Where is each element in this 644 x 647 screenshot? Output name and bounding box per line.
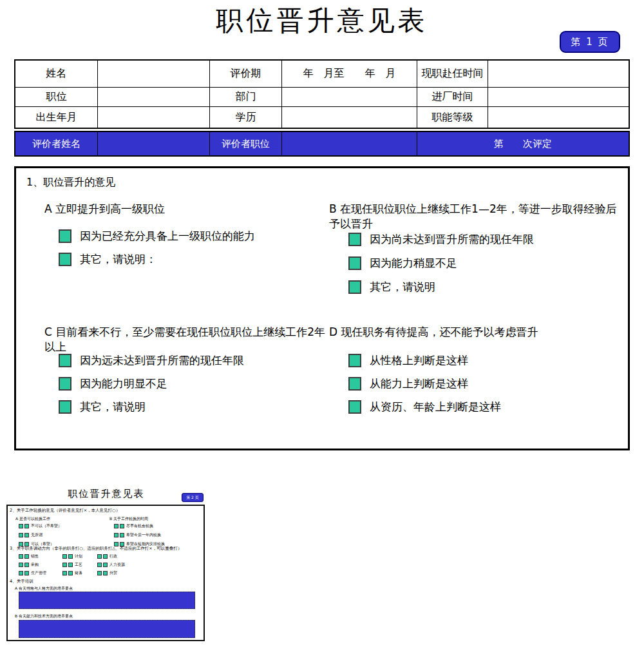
training-block-b-textarea[interactable] xyxy=(19,620,195,638)
double-checkbox-icon[interactable] xyxy=(114,524,124,528)
field-factory-entry-date[interactable] xyxy=(488,88,629,107)
job-option-label: 财务 xyxy=(75,570,82,576)
option-a-label: A 立即提升到高一级职位 xyxy=(44,202,165,217)
option-b-item-3: 其它，请说明 xyxy=(348,280,435,295)
section3-heading: 3、关于职务调动方向（拿手的职务打○、适应的职务打△、不适应的工作打×，可以重叠… xyxy=(10,546,182,552)
job-option: 销售 xyxy=(19,554,62,559)
double-checkbox-icon[interactable] xyxy=(62,554,73,559)
label-factory-entry-date: 进厂时间 xyxy=(417,88,488,107)
option-b-item-3-label: 其它，请说明 xyxy=(370,280,435,295)
label-position: 职位 xyxy=(15,88,98,107)
field-birth-date[interactable] xyxy=(98,107,210,128)
option-a-item-1-label: 因为已经充分具备上一级职位的能力 xyxy=(80,229,255,244)
page-1-badge[interactable]: 第 1 页 xyxy=(560,31,620,53)
section2-group-b-label: B 关于工作轮换的时间 xyxy=(109,516,148,522)
rotation-option: 不可以（不希望） xyxy=(19,523,62,529)
option-b-item-1: 因为尚未达到晋升所需的现任年限 xyxy=(348,232,534,247)
page-2-badge[interactable]: 第 2 页 xyxy=(182,493,204,502)
job-option-label: 销售 xyxy=(31,554,39,559)
label-birth-date: 出生年月 xyxy=(15,107,98,128)
option-b-label: B 在现任职位职位上继续工作1—2年，等进一步取得经验后予以晋升 xyxy=(329,202,627,231)
job-option-label: 生产管理 xyxy=(31,570,46,576)
field-department[interactable] xyxy=(282,88,417,107)
training-block-a-textarea[interactable] xyxy=(19,592,195,609)
checkbox-icon[interactable] xyxy=(348,256,361,270)
page-2-thumbnail[interactable]: 职位晋升意见表 第 2 页 2、关于工作轮换的意见（评价者意见打×，本人意见打○… xyxy=(6,487,206,647)
option-c-item-1-label: 因为远未达到晋升所需的现任年限 xyxy=(80,353,244,368)
double-checkbox-icon[interactable] xyxy=(19,571,29,575)
rotation-time-option: 希望今后一年内轮换 xyxy=(114,532,161,538)
double-checkbox-icon[interactable] xyxy=(97,554,108,559)
option-d-item-1: 从性格上判断是这样 xyxy=(348,353,468,368)
job-option: 采购 xyxy=(19,562,62,568)
page-2-badge-label: 第 2 页 xyxy=(186,495,199,501)
label-department: 部门 xyxy=(210,88,282,107)
label-grade: 职能等级 xyxy=(417,107,488,128)
double-checkbox-icon[interactable] xyxy=(97,563,108,567)
rotation-option-label: 无所谓 xyxy=(31,532,43,538)
job-option-label: 计划 xyxy=(75,554,82,559)
checkbox-icon[interactable] xyxy=(59,377,71,391)
double-checkbox-icon[interactable] xyxy=(114,533,124,537)
label-education: 学历 xyxy=(210,107,282,128)
option-a-item-2-label: 其它，请说明： xyxy=(80,252,156,267)
label-evaluator-name: 评价者姓名 xyxy=(15,132,98,155)
job-option: 外贸 xyxy=(97,570,156,576)
job-option-label: 人力资源 xyxy=(109,562,125,568)
page-2-content-box: 2、关于工作轮换的意见（评价者意见打×，本人意见打○） A 是否可以轮换工作 不… xyxy=(6,505,205,641)
job-option: 生产管理 xyxy=(19,570,62,576)
field-evaluator-position[interactable] xyxy=(282,132,417,155)
field-position[interactable] xyxy=(98,88,210,107)
label-evaluation-count: 第 次评定 xyxy=(417,132,629,155)
double-checkbox-icon[interactable] xyxy=(97,571,108,575)
double-checkbox-icon[interactable] xyxy=(62,571,73,575)
job-option-label: 采购 xyxy=(31,562,39,568)
job-option: 工艺 xyxy=(62,562,97,568)
checkbox-icon[interactable] xyxy=(59,253,71,266)
field-education[interactable] xyxy=(282,107,417,128)
option-d-item-3: 从资历、年龄上判断是这样 xyxy=(348,400,501,414)
rotation-time-option-label: 希望今后一年内轮换 xyxy=(126,532,161,538)
option-b-item-1-label: 因为尚未达到晋升所需的现任年限 xyxy=(370,232,534,247)
double-checkbox-icon[interactable] xyxy=(19,563,29,567)
checkbox-icon[interactable] xyxy=(59,229,71,243)
field-grade[interactable] xyxy=(488,107,629,128)
label-evaluator-position: 评价者职位 xyxy=(210,132,282,155)
field-current-post-date[interactable] xyxy=(488,61,629,88)
page-2-title: 职位晋升意见表 xyxy=(6,488,206,500)
option-d-item-2-label: 从能力上判断是这样 xyxy=(370,376,468,391)
field-evaluator-name[interactable] xyxy=(98,132,210,155)
option-d-label: D 现任职务有待提高，还不能予以考虑晋升 xyxy=(329,325,627,340)
double-checkbox-icon[interactable] xyxy=(62,563,73,567)
training-block-a-label: A 有关性格与人格方面的培养要点 xyxy=(15,586,73,592)
label-current-post-date: 现职赴任时间 xyxy=(417,61,488,88)
option-c-item-3-label: 其它，请说明 xyxy=(80,400,146,414)
option-c-label: C 目前看来不行，至少需要在现任职位职位上继续工作2年以上 xyxy=(44,325,334,354)
page-title: 职位晋升意见表 xyxy=(0,3,644,39)
double-checkbox-icon[interactable] xyxy=(19,554,29,559)
option-c-item-3: 其它，请说明 xyxy=(59,400,146,414)
label-eval-period: 评价期 xyxy=(210,61,282,88)
option-c-item-2: 因为能力明显不足 xyxy=(59,376,167,391)
label-name: 姓名 xyxy=(15,61,98,88)
job-option-label: 行政 xyxy=(109,554,117,559)
field-name[interactable] xyxy=(98,61,210,88)
job-option-label: 工艺 xyxy=(75,562,82,568)
checkbox-icon[interactable] xyxy=(348,280,361,294)
checkbox-icon[interactable] xyxy=(59,354,71,367)
checkbox-icon[interactable] xyxy=(348,233,361,246)
evaluator-row: 评价者姓名 评价者职位 第 次评定 xyxy=(14,131,630,157)
job-option-label: 外贸 xyxy=(109,570,117,576)
double-checkbox-icon[interactable] xyxy=(19,533,29,537)
job-option: 行政 xyxy=(97,554,156,559)
employee-info-table: 姓名 评价期 年 月至 年 月 现职赴任时间 职位 部门 进厂时间 出生年月 学… xyxy=(14,59,630,129)
checkbox-icon[interactable] xyxy=(59,400,71,414)
checkbox-icon[interactable] xyxy=(348,377,361,391)
checkbox-icon[interactable] xyxy=(348,354,361,367)
checkbox-icon[interactable] xyxy=(348,400,361,414)
option-b-item-2-label: 因为能力稍显不足 xyxy=(370,256,457,271)
field-eval-period[interactable]: 年 月至 年 月 xyxy=(282,61,417,88)
section4-heading: 4、关于培训 xyxy=(10,579,33,584)
rotation-option: 无所谓 xyxy=(19,532,43,538)
double-checkbox-icon[interactable] xyxy=(19,524,29,528)
